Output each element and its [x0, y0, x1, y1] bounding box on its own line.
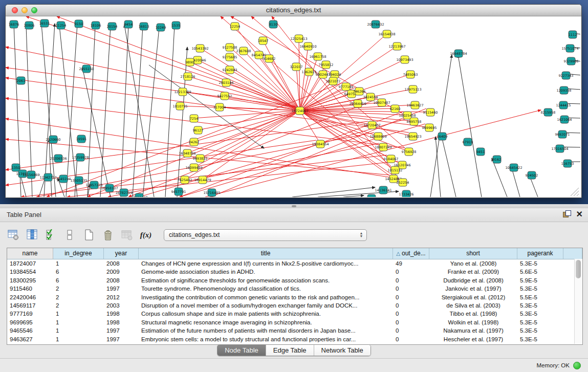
- graph-node-teal[interactable]: 2520660: [46, 136, 61, 143]
- graph-node-teal[interactable]: 11254: [56, 21, 67, 29]
- function-builder-icon[interactable]: f(x): [140, 229, 152, 241]
- graph-node-yellow[interactable]: 16961758: [309, 53, 326, 60]
- graph-node-yellow[interactable]: 62160: [390, 105, 401, 113]
- minimize-window-button[interactable]: [21, 7, 28, 13]
- table-cell[interactable]: 1998: [104, 318, 139, 326]
- table-cell[interactable]: 1997: [104, 335, 139, 343]
- table-cell[interactable]: 0: [393, 318, 429, 326]
- table-cell[interactable]: 1: [53, 259, 104, 268]
- graph-node-teal[interactable]: 18106: [91, 21, 101, 29]
- table-cell[interactable]: 5.5E-5: [517, 293, 563, 301]
- graph-node-yellow[interactable]: 19384554: [312, 140, 329, 148]
- table-cell[interactable]: Tourette syndrome. Phenomenology and cla…: [139, 285, 393, 293]
- table-cell[interactable]: 9699695: [7, 318, 53, 326]
- table-cell[interactable]: 5.6E-5: [517, 268, 563, 276]
- graph-node-teal[interactable]: 9162: [493, 156, 502, 163]
- graph-node-teal[interactable]: 9329966: [564, 57, 579, 65]
- float-window-icon[interactable]: [563, 210, 571, 218]
- table-row[interactable]: 969969511998Structural magnetic resonanc…: [7, 318, 582, 326]
- graph-node-teal[interactable]: 9457791: [171, 188, 186, 195]
- table-cell[interactable]: 9463627: [7, 335, 53, 343]
- tab-edge-table[interactable]: Edge Table: [266, 345, 314, 356]
- column-header-year[interactable]: year: [104, 248, 139, 259]
- table-cell[interactable]: 1997: [104, 285, 139, 293]
- memory-ok-icon[interactable]: [573, 362, 581, 369]
- graph-node-teal[interactable]: 9451: [476, 148, 485, 156]
- graph-node-yellow[interactable]: 2718126: [181, 73, 195, 80]
- graph-node-teal[interactable]: 19591: [76, 135, 87, 143]
- table-cell[interactable]: 2008: [104, 259, 139, 268]
- column-header-name[interactable]: name: [7, 248, 53, 259]
- table-cell[interactable]: 5.3E-5: [517, 318, 563, 326]
- graph-node-yellow[interactable]: 3821072: [326, 77, 341, 85]
- graph-node-yellow[interactable]: 12254: [230, 23, 241, 30]
- resize-grip-icon[interactable]: [571, 188, 579, 196]
- graph-node-yellow[interactable]: 19463627: [406, 101, 423, 109]
- table-cell[interactable]: Yano et al. (2008): [429, 259, 517, 268]
- graph-node-teal[interactable]: 1209358: [557, 86, 572, 94]
- table-cell[interactable]: 2: [53, 301, 104, 310]
- graph-node-teal[interactable]: 16876: [9, 20, 19, 28]
- table-cell[interactable]: 0: [393, 335, 429, 343]
- vertical-scrollbar[interactable]: [574, 259, 582, 344]
- graph-node-yellow[interactable]: 20364456: [349, 100, 366, 107]
- table-row[interactable]: 977716911998Corpus callosum shape and si…: [7, 310, 582, 318]
- graph-node-teal[interactable]: 13505135: [70, 177, 87, 184]
- graph-node-yellow[interactable]: 12213389: [174, 88, 191, 96]
- network-canvas[interactable]: 1687620806165311125491501810620154945416…: [6, 16, 580, 197]
- graph-node-teal[interactable]: 15751074: [561, 45, 578, 52]
- graph-node-teal[interactable]: 1535: [172, 21, 181, 29]
- table-cell[interactable]: 14569117: [7, 301, 53, 310]
- table-cell[interactable]: 5.3E-5: [517, 335, 563, 343]
- table-cell[interactable]: 1: [53, 326, 104, 335]
- table-cell[interactable]: Corpus callosum shape and size in male p…: [139, 310, 393, 318]
- graph-node-yellow[interactable]: 15720407: [363, 121, 380, 129]
- graph-node-yellow[interactable]: 16154838: [378, 30, 395, 38]
- graph-node-yellow[interactable]: 9890: [186, 58, 194, 66]
- graph-node-teal[interactable]: 16648784: [450, 50, 467, 57]
- graph-node-teal[interactable]: 9150: [75, 20, 83, 28]
- graph-node-yellow[interactable]: 7625402: [178, 176, 192, 184]
- delete-table-icon[interactable]: [121, 229, 133, 241]
- graph-node-teal[interactable]: 1733426: [399, 190, 414, 197]
- graph-node-teal[interactable]: 12923448: [130, 193, 147, 197]
- graph-node-yellow[interactable]: 96127: [193, 126, 204, 134]
- table-cell[interactable]: 1: [53, 318, 104, 326]
- table-cell[interactable]: Structural magnetic resonance image aver…: [139, 318, 393, 326]
- table-row[interactable]: 946554611997Estimation of the future num…: [7, 326, 582, 335]
- graph-node-yellow[interactable]: 2367608: [236, 47, 251, 55]
- table-cell[interactable]: Wolkin et al. (1998): [429, 318, 517, 326]
- graph-node-teal[interactable]: 1621064: [557, 116, 572, 123]
- graph-node-teal[interactable]: 924502: [526, 171, 538, 179]
- table-cell[interactable]: Nakamura et al. (1997): [429, 326, 517, 335]
- table-cell[interactable]: Genome-wide association studies in ADHD.: [139, 268, 393, 276]
- graph-node-teal[interactable]: 15716485: [203, 189, 220, 196]
- network-window[interactable]: citations_edges.txt 16876208061653111254…: [5, 4, 582, 198]
- table-cell[interactable]: 6: [53, 268, 104, 276]
- graph-node-teal[interactable]: 10249: [156, 24, 166, 31]
- scrollbar-thumb[interactable]: [576, 260, 581, 278]
- table-cell[interactable]: 2003: [104, 301, 139, 310]
- graph-node-teal[interactable]: 8215958: [541, 108, 556, 116]
- table-cell[interactable]: Disruption of a novel member of a sodium…: [139, 301, 393, 310]
- table-cell[interactable]: 9777169: [7, 310, 53, 318]
- close-window-button[interactable]: [12, 7, 18, 13]
- table-cell[interactable]: 2009: [104, 268, 139, 276]
- graph-node-teal[interactable]: 9227343: [559, 72, 574, 79]
- table-row[interactable]: 1830029562008Estimation of significance …: [7, 276, 582, 285]
- close-panel-icon[interactable]: ✕: [576, 210, 583, 218]
- table-row[interactable]: 2242004622012Investigating the contribut…: [7, 293, 582, 301]
- graph-node-teal[interactable]: 16409: [437, 133, 448, 140]
- graph-node-teal[interactable]: 17016504: [551, 145, 568, 152]
- table-cell[interactable]: 5.3E-5: [517, 310, 563, 318]
- table-cell[interactable]: 0: [393, 326, 429, 335]
- graph-node-teal[interactable]: 1112: [569, 31, 577, 38]
- table-cell[interactable]: 0: [393, 285, 429, 293]
- table-cell[interactable]: Embryonic stem cells: a model to study s…: [139, 335, 393, 343]
- table-cell[interactable]: 1997: [104, 326, 139, 335]
- table-cell[interactable]: 2008: [104, 276, 139, 285]
- table-cell[interactable]: 0: [393, 310, 429, 318]
- table-cell[interactable]: Estimation of the future numbers of pati…: [139, 326, 393, 335]
- graph-node-teal[interactable]: 20876632: [367, 20, 384, 28]
- graph-node-teal[interactable]: 2055150: [79, 65, 94, 73]
